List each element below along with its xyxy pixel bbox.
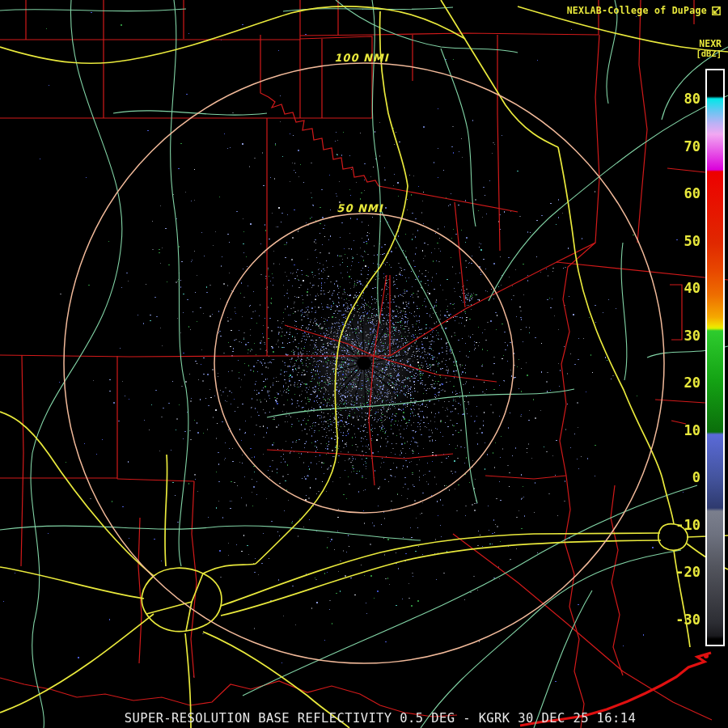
status-bar-text: SUPER-RESOLUTION BASE REFLECTIVITY 0.5 D…: [125, 711, 637, 726]
branding: NEXLAB-College of DuPage: [567, 5, 722, 16]
colorbar-tick-40: 40: [660, 280, 700, 296]
colorbar-tick--20: -20: [660, 564, 700, 580]
cod-logo-icon: [711, 6, 722, 16]
colorbar-tick-0: 0: [660, 469, 700, 485]
map-overlay: 50 NMI 100 NMI: [0, 0, 728, 728]
colorbar-tick-60: 60: [660, 185, 700, 201]
colorbar-tick-20: 20: [660, 375, 700, 391]
range-ring-label-50: 50 NMI: [336, 202, 383, 214]
colorbar-tick--10: -10: [660, 517, 700, 533]
range-ring-50nmi: [214, 214, 514, 513]
product-code-label: NEXR: [696, 39, 722, 49]
reflectivity-colorbar: [705, 69, 725, 646]
status-bar: SUPER-RESOLUTION BASE REFLECTIVITY 0.5 D…: [32, 711, 728, 726]
colorbar-tick--30: -30: [660, 612, 700, 628]
county-boundaries-layer: [0, 0, 728, 728]
radar-display[interactable]: 50 NMI 100 NMI NEXLAB-College of DuPage …: [0, 0, 728, 728]
range-ring-label-100: 100 NMI: [334, 52, 389, 64]
units-label: [dBZ]: [696, 49, 722, 58]
colorbar-gradient: [707, 70, 723, 645]
colorbar-tick-30: 30: [660, 328, 700, 344]
colorbar-tick-10: 10: [660, 422, 700, 438]
colorbar-tick-50: 50: [660, 233, 700, 249]
colorbar-tick-80: 80: [660, 91, 700, 107]
colorbar-tick-70: 70: [660, 138, 700, 154]
colorbar-heading: NEXR [dBZ]: [696, 39, 722, 58]
branding-title: NEXLAB-College of DuPage: [567, 5, 707, 16]
